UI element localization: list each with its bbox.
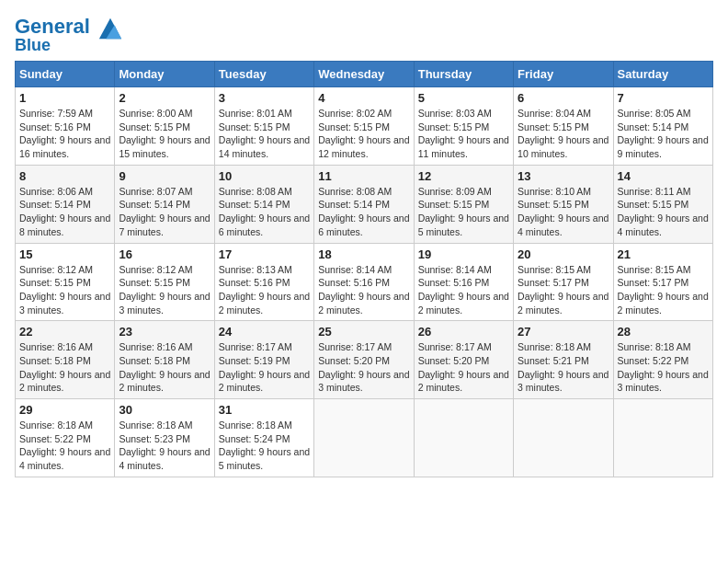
day-number: 19 bbox=[418, 247, 509, 261]
day-number: 3 bbox=[219, 91, 310, 105]
day-number: 4 bbox=[318, 91, 409, 105]
day-number: 2 bbox=[119, 91, 210, 105]
day-info: Sunrise: 8:18 AMSunset: 5:21 PMDaylight:… bbox=[518, 340, 609, 395]
day-number: 22 bbox=[19, 325, 110, 339]
day-number: 20 bbox=[518, 247, 609, 261]
day-info: Sunrise: 8:01 AMSunset: 5:15 PMDaylight:… bbox=[219, 107, 310, 161]
day-info: Sunrise: 8:04 AMSunset: 5:15 PMDaylight:… bbox=[518, 107, 609, 161]
day-number: 9 bbox=[119, 169, 210, 183]
day-number: 17 bbox=[219, 247, 310, 261]
calendar-cell: 1Sunrise: 7:59 AMSunset: 5:16 PMDaylight… bbox=[16, 87, 115, 166]
day-info: Sunrise: 8:16 AMSunset: 5:18 PMDaylight:… bbox=[19, 340, 110, 395]
day-info: Sunrise: 8:08 AMSunset: 5:14 PMDaylight:… bbox=[219, 185, 310, 239]
calendar-cell: 2Sunrise: 8:00 AMSunset: 5:15 PMDaylight… bbox=[115, 87, 214, 166]
calendar-header-row: SundayMondayTuesdayWednesdayThursdayFrid… bbox=[16, 62, 713, 87]
day-number: 1 bbox=[19, 91, 110, 105]
calendar-cell: 4Sunrise: 8:02 AMSunset: 5:15 PMDaylight… bbox=[314, 87, 414, 166]
calendar-cell: 31Sunrise: 8:18 AMSunset: 5:24 PMDayligh… bbox=[214, 399, 313, 477]
calendar-cell: 12Sunrise: 8:09 AMSunset: 5:15 PMDayligh… bbox=[414, 165, 513, 243]
day-number: 25 bbox=[318, 325, 409, 339]
calendar-cell: 19Sunrise: 8:14 AMSunset: 5:16 PMDayligh… bbox=[414, 243, 513, 321]
calendar-cell: 22Sunrise: 8:16 AMSunset: 5:18 PMDayligh… bbox=[16, 321, 115, 399]
calendar-cell: 10Sunrise: 8:08 AMSunset: 5:14 PMDayligh… bbox=[214, 165, 313, 243]
day-info: Sunrise: 8:07 AMSunset: 5:14 PMDaylight:… bbox=[119, 185, 210, 239]
day-info: Sunrise: 8:00 AMSunset: 5:15 PMDaylight:… bbox=[119, 107, 210, 161]
day-number: 15 bbox=[19, 247, 110, 261]
calendar-week-row: 15Sunrise: 8:12 AMSunset: 5:15 PMDayligh… bbox=[16, 243, 713, 321]
day-number: 5 bbox=[418, 91, 509, 105]
calendar-cell: 9Sunrise: 8:07 AMSunset: 5:14 PMDaylight… bbox=[115, 165, 214, 243]
day-info: Sunrise: 8:06 AMSunset: 5:14 PMDaylight:… bbox=[19, 185, 110, 239]
day-number: 21 bbox=[618, 247, 709, 261]
day-info: Sunrise: 8:16 AMSunset: 5:18 PMDaylight:… bbox=[119, 340, 210, 395]
calendar-week-row: 8Sunrise: 8:06 AMSunset: 5:14 PMDaylight… bbox=[16, 165, 713, 243]
logo: General Blue bbox=[15, 15, 123, 53]
day-number: 12 bbox=[418, 169, 509, 183]
calendar-cell: 20Sunrise: 8:15 AMSunset: 5:17 PMDayligh… bbox=[514, 243, 613, 321]
day-info: Sunrise: 8:18 AMSunset: 5:24 PMDaylight:… bbox=[219, 419, 310, 473]
calendar-cell: 30Sunrise: 8:18 AMSunset: 5:23 PMDayligh… bbox=[115, 399, 214, 477]
day-number: 31 bbox=[219, 403, 310, 417]
day-info: Sunrise: 8:14 AMSunset: 5:16 PMDaylight:… bbox=[418, 263, 509, 317]
calendar-week-row: 1Sunrise: 7:59 AMSunset: 5:16 PMDaylight… bbox=[16, 87, 713, 166]
day-number: 30 bbox=[119, 403, 210, 417]
calendar-cell bbox=[514, 399, 613, 477]
calendar-cell: 11Sunrise: 8:08 AMSunset: 5:14 PMDayligh… bbox=[314, 165, 414, 243]
day-header-monday: Monday bbox=[115, 62, 214, 87]
day-info: Sunrise: 8:12 AMSunset: 5:15 PMDaylight:… bbox=[19, 263, 110, 317]
day-header-thursday: Thursday bbox=[414, 62, 513, 87]
calendar-cell: 25Sunrise: 8:17 AMSunset: 5:20 PMDayligh… bbox=[314, 321, 414, 399]
calendar-cell: 13Sunrise: 8:10 AMSunset: 5:15 PMDayligh… bbox=[514, 165, 613, 243]
day-info: Sunrise: 8:18 AMSunset: 5:22 PMDaylight:… bbox=[618, 340, 709, 395]
calendar-cell: 17Sunrise: 8:13 AMSunset: 5:16 PMDayligh… bbox=[214, 243, 313, 321]
day-number: 26 bbox=[418, 325, 509, 339]
day-info: Sunrise: 8:17 AMSunset: 5:20 PMDaylight:… bbox=[318, 340, 409, 395]
calendar-cell: 27Sunrise: 8:18 AMSunset: 5:21 PMDayligh… bbox=[514, 321, 613, 399]
calendar-cell: 24Sunrise: 8:17 AMSunset: 5:19 PMDayligh… bbox=[214, 321, 313, 399]
calendar-cell: 29Sunrise: 8:18 AMSunset: 5:22 PMDayligh… bbox=[16, 399, 115, 477]
calendar-cell bbox=[314, 399, 414, 477]
day-info: Sunrise: 8:09 AMSunset: 5:15 PMDaylight:… bbox=[418, 185, 509, 239]
day-info: Sunrise: 8:17 AMSunset: 5:19 PMDaylight:… bbox=[219, 340, 310, 395]
calendar-cell: 18Sunrise: 8:14 AMSunset: 5:16 PMDayligh… bbox=[314, 243, 414, 321]
day-number: 24 bbox=[219, 325, 310, 339]
calendar-cell bbox=[613, 399, 712, 477]
day-number: 29 bbox=[19, 403, 110, 417]
calendar-cell: 16Sunrise: 8:12 AMSunset: 5:15 PMDayligh… bbox=[115, 243, 214, 321]
day-number: 16 bbox=[119, 247, 210, 261]
calendar-cell: 23Sunrise: 8:16 AMSunset: 5:18 PMDayligh… bbox=[115, 321, 214, 399]
day-info: Sunrise: 8:12 AMSunset: 5:15 PMDaylight:… bbox=[119, 263, 210, 317]
day-number: 18 bbox=[318, 247, 409, 261]
calendar-cell: 7Sunrise: 8:05 AMSunset: 5:14 PMDaylight… bbox=[613, 87, 712, 166]
calendar-cell: 8Sunrise: 8:06 AMSunset: 5:14 PMDaylight… bbox=[16, 165, 115, 243]
day-number: 11 bbox=[318, 169, 409, 183]
day-info: Sunrise: 8:18 AMSunset: 5:22 PMDaylight:… bbox=[19, 419, 110, 473]
calendar-cell: 21Sunrise: 8:15 AMSunset: 5:17 PMDayligh… bbox=[613, 243, 712, 321]
day-number: 14 bbox=[618, 169, 709, 183]
day-number: 8 bbox=[19, 169, 110, 183]
day-header-saturday: Saturday bbox=[613, 62, 712, 87]
day-header-sunday: Sunday bbox=[16, 62, 115, 87]
day-info: Sunrise: 8:14 AMSunset: 5:16 PMDaylight:… bbox=[318, 263, 409, 317]
day-info: Sunrise: 8:08 AMSunset: 5:14 PMDaylight:… bbox=[318, 185, 409, 239]
day-info: Sunrise: 8:05 AMSunset: 5:14 PMDaylight:… bbox=[618, 107, 709, 161]
calendar-cell: 28Sunrise: 8:18 AMSunset: 5:22 PMDayligh… bbox=[613, 321, 712, 399]
calendar-week-row: 22Sunrise: 8:16 AMSunset: 5:18 PMDayligh… bbox=[16, 321, 713, 399]
day-header-tuesday: Tuesday bbox=[214, 62, 313, 87]
day-number: 6 bbox=[518, 91, 609, 105]
calendar-cell: 26Sunrise: 8:17 AMSunset: 5:20 PMDayligh… bbox=[414, 321, 513, 399]
logo-general: General bbox=[15, 15, 90, 38]
calendar-cell: 14Sunrise: 8:11 AMSunset: 5:15 PMDayligh… bbox=[613, 165, 712, 243]
day-info: Sunrise: 8:15 AMSunset: 5:17 PMDaylight:… bbox=[518, 263, 609, 317]
page-header: General Blue bbox=[15, 15, 713, 53]
calendar-week-row: 29Sunrise: 8:18 AMSunset: 5:22 PMDayligh… bbox=[16, 399, 713, 477]
day-header-friday: Friday bbox=[514, 62, 613, 87]
day-info: Sunrise: 8:18 AMSunset: 5:23 PMDaylight:… bbox=[119, 419, 210, 473]
day-info: Sunrise: 8:15 AMSunset: 5:17 PMDaylight:… bbox=[618, 263, 709, 317]
day-info: Sunrise: 8:17 AMSunset: 5:20 PMDaylight:… bbox=[418, 340, 509, 395]
day-number: 23 bbox=[119, 325, 210, 339]
day-number: 27 bbox=[518, 325, 609, 339]
day-info: Sunrise: 8:10 AMSunset: 5:15 PMDaylight:… bbox=[518, 185, 609, 239]
day-number: 13 bbox=[518, 169, 609, 183]
day-info: Sunrise: 8:11 AMSunset: 5:15 PMDaylight:… bbox=[618, 185, 709, 239]
